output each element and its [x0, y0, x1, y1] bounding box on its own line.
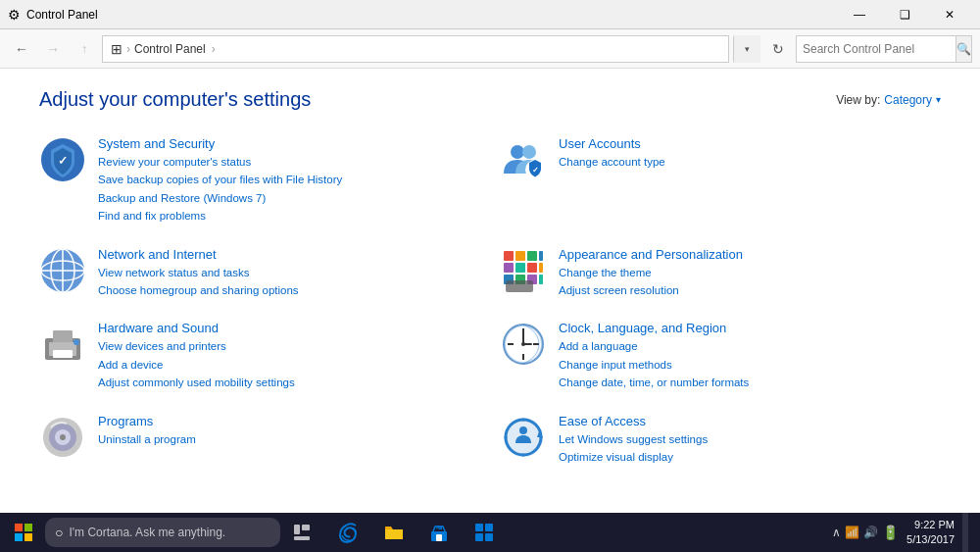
svg-rect-23 [506, 280, 533, 292]
svg-rect-27 [53, 350, 73, 358]
search-button[interactable]: 🔍 [956, 36, 971, 62]
page-title: Adjust your computer's settings [39, 88, 311, 111]
appearance-link-1[interactable]: Adjust screen resolution [559, 281, 941, 299]
taskbar: ○ I'm Cortana. Ask me anything. [0, 513, 980, 552]
ease-of-access-title[interactable]: Ease of Access [559, 414, 941, 428]
minimize-button[interactable]: — [837, 0, 882, 29]
svg-point-2 [511, 145, 524, 159]
tray-time-value: 9:22 PM [914, 518, 955, 532]
svg-rect-49 [294, 525, 300, 534]
start-button[interactable] [4, 513, 43, 552]
network-internet-icon [39, 247, 86, 294]
programs-link-0[interactable]: Uninstall a program [98, 430, 480, 448]
svg-rect-56 [485, 524, 493, 531]
svg-text:🛍: 🛍 [436, 525, 442, 530]
path-icon: ⊞ [111, 41, 122, 57]
appearance-title[interactable]: Appearance and Personalization [559, 247, 941, 262]
category-programs: Programs Uninstall a program [39, 408, 480, 473]
appearance-icon [500, 247, 547, 294]
category-network-internet-info: Network and Internet View network status… [98, 247, 480, 300]
view-by-value[interactable]: Category [884, 93, 932, 107]
maximize-button[interactable]: ❑ [882, 0, 927, 29]
svg-point-41 [60, 434, 66, 440]
tray-network[interactable]: 📶 [845, 526, 859, 539]
cortana-icon: ○ [55, 525, 63, 540]
ease-of-access-link-1[interactable]: Optimize visual display [559, 448, 941, 466]
task-view-button[interactable] [282, 513, 321, 552]
hardware-sound-link-1[interactable]: Add a device [98, 356, 480, 374]
taskbar-app-store[interactable]: 🛍 [417, 513, 461, 552]
category-hardware-sound-info: Hardware and Sound View devices and prin… [98, 321, 480, 391]
category-clock-language-info: Clock, Language, and Region Add a langua… [559, 321, 941, 391]
system-security-title[interactable]: System and Security [98, 136, 480, 151]
refresh-button[interactable]: ↻ [764, 35, 792, 63]
path-arrow: › [212, 42, 216, 56]
svg-text:✓: ✓ [58, 154, 68, 168]
window-title: Control Panel [26, 8, 98, 22]
hardware-sound-link-0[interactable]: View devices and printers [98, 337, 480, 355]
category-hardware-sound: Hardware and Sound View devices and prin… [39, 315, 480, 397]
system-security-icon: ✓ [39, 136, 86, 183]
category-ease-of-access-info: Ease of Access Let Windows suggest setti… [559, 414, 941, 467]
network-internet-link-1[interactable]: Choose homegroup and sharing options [98, 281, 480, 299]
show-desktop-button[interactable] [962, 513, 968, 552]
svg-rect-22 [539, 275, 543, 284]
taskbar-app-metro[interactable] [463, 513, 506, 552]
svg-rect-50 [302, 525, 310, 530]
path-separator: › [126, 42, 130, 56]
category-appearance-info: Appearance and Personalization Change th… [559, 247, 941, 300]
page-header: Adjust your computer's settings View by:… [39, 88, 941, 111]
category-user-accounts: ✓ User Accounts Change account type [500, 130, 941, 231]
forward-button[interactable]: → [39, 35, 67, 63]
user-accounts-icon: ✓ [500, 136, 547, 183]
category-ease-of-access: Ease of Access Let Windows suggest setti… [500, 408, 941, 473]
svg-rect-45 [15, 524, 23, 531]
clock-language-title[interactable]: Clock, Language, and Region [559, 321, 941, 335]
user-accounts-link-0[interactable]: Change account type [559, 153, 941, 171]
tray-volume[interactable]: 🔊 [863, 526, 878, 539]
svg-rect-57 [475, 533, 483, 541]
svg-point-37 [521, 342, 525, 346]
clock-language-icon [500, 321, 547, 368]
close-button[interactable]: ✕ [927, 0, 972, 29]
svg-rect-53 [436, 534, 442, 541]
category-system-security-info: System and Security Review your computer… [98, 136, 480, 226]
cortana-search[interactable]: ○ I'm Cortana. Ask me anything. [45, 518, 280, 547]
system-security-link-2[interactable]: Backup and Restore (Windows 7) [98, 189, 480, 207]
tray-clock[interactable]: 9:22 PM 5/13/2017 [903, 518, 958, 548]
taskbar-app-explorer[interactable] [372, 513, 416, 552]
view-by-arrow[interactable]: ▾ [936, 94, 941, 105]
svg-rect-12 [515, 251, 525, 261]
svg-point-3 [522, 145, 536, 159]
appearance-link-0[interactable]: Change the theme [559, 264, 941, 281]
address-dropdown-button[interactable]: ▾ [733, 35, 760, 63]
categories-grid: ✓ System and Security Review your comput… [39, 130, 941, 472]
tray-chevron[interactable]: ∧ [832, 526, 841, 539]
back-button[interactable]: ← [8, 35, 35, 63]
network-internet-link-0[interactable]: View network status and tasks [98, 264, 480, 281]
up-button[interactable]: ↑ [71, 35, 98, 63]
clock-language-link-2[interactable]: Change date, time, or number formats [559, 374, 941, 391]
network-internet-title[interactable]: Network and Internet [98, 247, 480, 262]
svg-point-43 [519, 427, 527, 434]
system-security-link-0[interactable]: Review your computer's status [98, 153, 480, 171]
taskbar-app-edge[interactable] [327, 513, 370, 552]
svg-rect-47 [15, 533, 23, 541]
ease-of-access-link-0[interactable]: Let Windows suggest settings [559, 430, 941, 448]
svg-rect-11 [504, 251, 514, 261]
programs-title[interactable]: Programs [98, 414, 480, 428]
system-security-link-3[interactable]: Find and fix problems [98, 207, 480, 225]
clock-language-link-1[interactable]: Change input methods [559, 356, 941, 374]
hardware-sound-link-2[interactable]: Adjust commonly used mobility settings [98, 374, 480, 391]
svg-point-28 [74, 339, 79, 345]
svg-rect-46 [24, 524, 32, 531]
address-path-box[interactable]: ⊞ › Control Panel › [102, 35, 729, 63]
clock-language-link-0[interactable]: Add a language [559, 337, 941, 355]
search-input[interactable] [797, 36, 956, 62]
system-security-link-1[interactable]: Save backup copies of your files with Fi… [98, 171, 480, 188]
svg-rect-18 [539, 263, 543, 273]
hardware-sound-title[interactable]: Hardware and Sound [98, 321, 480, 335]
tray-battery[interactable]: 🔋 [882, 525, 899, 540]
user-accounts-title[interactable]: User Accounts [559, 136, 941, 151]
app-icon: ⚙ [8, 7, 21, 23]
